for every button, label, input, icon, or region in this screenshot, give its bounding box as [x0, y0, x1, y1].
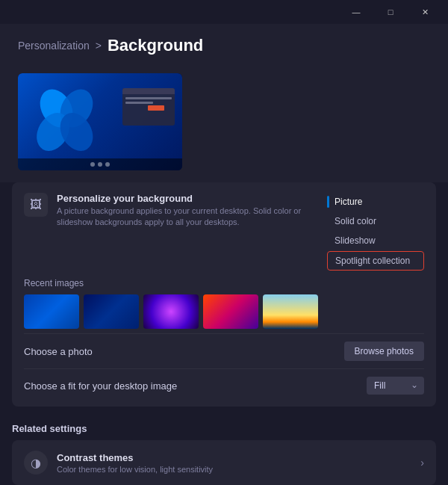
recent-image-5[interactable]	[263, 294, 318, 329]
recent-image-1[interactable]	[24, 294, 79, 329]
recent-images-list	[24, 294, 424, 329]
option-slideshow[interactable]: Slideshow	[327, 232, 424, 250]
browse-photos-button[interactable]: Browse photos	[344, 342, 424, 361]
contrast-themes-desc: Color themes for low vision, light sensi…	[57, 465, 411, 474]
choose-photo-label: Choose a photo	[24, 346, 93, 357]
personalize-row: 🖼 Personalize your background A picture …	[24, 193, 424, 271]
fit-label: Choose a fit for your desktop image	[24, 380, 177, 392]
preview-taskbar	[18, 158, 182, 170]
main-content: 🖼 Personalize your background A picture …	[0, 182, 448, 485]
close-button[interactable]: ✕	[408, 0, 442, 24]
preview-line-1	[125, 97, 172, 99]
preview-window-mock	[122, 88, 175, 126]
option-solid-color[interactable]: Solid color	[327, 212, 424, 230]
preview-line-2	[125, 102, 153, 104]
recent-image-4[interactable]	[203, 294, 258, 329]
preview-window-titlebar	[122, 88, 175, 94]
breadcrumb-separator: >	[96, 40, 102, 52]
background-type-options: Picture Solid color Slideshow Spotlight …	[327, 193, 424, 271]
preview-area	[0, 64, 448, 182]
wallpaper-bg	[18, 73, 182, 170]
recent-images-section: Recent images	[24, 271, 424, 333]
personalize-text: Personalize your background A picture ba…	[57, 193, 318, 229]
contrast-themes-title: Contrast themes	[57, 452, 411, 463]
titlebar: — □ ✕	[0, 0, 448, 24]
breadcrumb-parent[interactable]: Personalization	[18, 40, 90, 52]
option-picture[interactable]: Picture	[327, 193, 424, 211]
maximize-button[interactable]: □	[373, 0, 408, 24]
personalize-title: Personalize your background	[57, 193, 318, 204]
contrast-themes-text: Contrast themes Color themes for low vis…	[57, 452, 411, 474]
recent-image-3[interactable]	[143, 294, 199, 329]
preview-window-content	[122, 94, 175, 109]
preview-taskbar-dot-2	[98, 162, 102, 167]
recent-image-2[interactable]	[84, 294, 139, 329]
fit-select[interactable]: Fill Fit Stretch Tile Center Span	[367, 377, 424, 395]
choose-photo-row: Choose a photo Browse photos	[24, 333, 424, 368]
contrast-themes-row[interactable]: ◑ Contrast themes Color themes for low v…	[12, 440, 436, 485]
option-spotlight[interactable]: Spotlight collection	[327, 251, 424, 271]
choose-fit-row: Choose a fit for your desktop image Fill…	[24, 368, 424, 396]
preview-taskbar-dot-3	[105, 162, 110, 167]
recent-images-label: Recent images	[24, 278, 424, 288]
contrast-themes-icon: ◑	[24, 451, 48, 475]
chevron-right-icon: ›	[420, 457, 424, 469]
page-header: Personalization > Background	[0, 24, 448, 64]
windows-logo-preview	[33, 88, 100, 155]
related-settings-label: Related settings	[0, 414, 448, 440]
preview-button-mock	[148, 105, 164, 111]
personalize-desc: A picture background applies to your cur…	[57, 206, 318, 229]
fit-select-wrapper: Fill Fit Stretch Tile Center Span	[367, 377, 424, 395]
breadcrumb: Personalization > Background	[18, 36, 430, 55]
personalize-icon: 🖼	[24, 193, 48, 217]
page-title: Background	[108, 36, 203, 55]
wallpaper-preview	[18, 73, 182, 170]
minimize-button[interactable]: —	[339, 0, 373, 24]
preview-taskbar-dot-1	[90, 162, 95, 167]
personalize-section: 🖼 Personalize your background A picture …	[12, 182, 436, 407]
